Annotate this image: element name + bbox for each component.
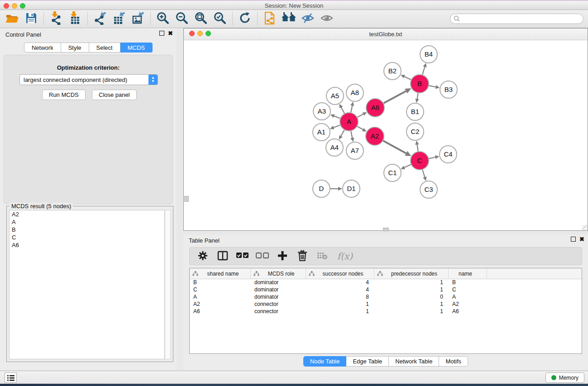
tab-style[interactable]: Style xyxy=(61,43,89,52)
result-item[interactable]: A6 xyxy=(10,241,164,249)
graph-node-A3[interactable]: A3 xyxy=(313,103,330,120)
table-cell[interactable]: 4 xyxy=(306,286,374,294)
show-graphics-button[interactable] xyxy=(317,11,336,27)
criterion-dropdown[interactable]: largest connected component (directed) ▲… xyxy=(19,74,158,85)
column-header-MCDS-role[interactable]: MCDS role xyxy=(251,268,306,279)
import-table-button[interactable] xyxy=(66,11,85,27)
tab-mcds[interactable]: MCDS xyxy=(120,43,153,52)
zoom-in-button[interactable] xyxy=(153,11,172,27)
table-cell[interactable]: 0 xyxy=(374,294,449,301)
tab-network[interactable]: Network xyxy=(24,43,61,52)
table-cell[interactable]: connector xyxy=(251,308,306,315)
table-cell[interactable]: A xyxy=(449,294,487,301)
result-item[interactable]: C xyxy=(10,234,164,241)
table-settings-button[interactable] xyxy=(196,249,210,263)
table-cell[interactable]: B xyxy=(190,279,251,286)
task-history-button[interactable] xyxy=(5,372,17,383)
window-resize-grip[interactable] xyxy=(582,225,588,230)
result-list-scrollbar[interactable] xyxy=(165,210,171,359)
table-cell[interactable]: 1 xyxy=(374,279,449,286)
export-image-button[interactable] xyxy=(129,11,148,27)
graph-node-A[interactable]: A xyxy=(340,113,358,131)
table-cell[interactable]: 1 xyxy=(374,308,449,315)
table-cell[interactable]: 8 xyxy=(306,294,374,301)
graph-node-A2[interactable]: A2 xyxy=(366,127,384,145)
column-header-successor-nodes[interactable]: successor nodes xyxy=(306,268,374,279)
graph-node-C4[interactable]: C4 xyxy=(440,146,457,163)
graph-node-B3[interactable]: B3 xyxy=(440,81,457,98)
graph-node-D[interactable]: D xyxy=(313,180,330,197)
graph-node-C1[interactable]: C1 xyxy=(384,164,401,181)
zoom-fit-button[interactable] xyxy=(191,11,210,27)
network-window-titlebar[interactable]: testGlobe.txt xyxy=(184,29,588,40)
graph-node-A5[interactable]: A5 xyxy=(326,87,344,105)
close-table-panel-icon[interactable]: ✖ xyxy=(579,237,584,242)
table-cell[interactable]: C xyxy=(190,286,251,294)
graph-node-B4[interactable]: B4 xyxy=(420,46,437,63)
result-item[interactable]: A xyxy=(10,218,164,226)
result-item[interactable]: A2 xyxy=(10,210,164,218)
graph-node-C[interactable]: C xyxy=(411,152,429,170)
graph-node-B1[interactable]: B1 xyxy=(406,103,424,120)
table-row[interactable]: A6connector11A6 xyxy=(190,308,582,315)
run-mcds-button[interactable]: Run MCDS xyxy=(42,90,86,100)
network-overview-button[interactable] xyxy=(260,11,279,27)
split-panel-button[interactable] xyxy=(216,249,229,263)
graph-node-A7[interactable]: A7 xyxy=(346,142,363,159)
table-row[interactable]: A2connector11A2 xyxy=(190,301,582,308)
table-cell[interactable]: 1 xyxy=(374,286,449,294)
graph-node-C3[interactable]: C3 xyxy=(420,181,437,198)
export-network-button[interactable] xyxy=(91,11,110,27)
float-table-panel-icon[interactable] xyxy=(571,237,576,242)
tab-select[interactable]: Select xyxy=(89,43,120,52)
select-all-button[interactable] xyxy=(236,249,249,263)
table-cell[interactable]: 4 xyxy=(306,279,374,286)
graph-node-B2[interactable]: B2 xyxy=(384,62,401,80)
column-header-shared-name[interactable]: shared name xyxy=(190,268,251,279)
tab-network-table[interactable]: Network Table xyxy=(389,356,439,367)
table-cell[interactable]: 1 xyxy=(374,301,449,308)
save-session-button[interactable] xyxy=(22,11,41,27)
add-column-button[interactable] xyxy=(276,249,289,263)
tab-motifs[interactable]: Motifs xyxy=(439,356,468,367)
home-button[interactable] xyxy=(279,11,298,27)
graph-node-A6[interactable]: A6 xyxy=(366,99,384,117)
table-cell[interactable]: 1 xyxy=(306,301,374,308)
table-cell[interactable]: A xyxy=(190,294,251,301)
zoom-selected-button[interactable] xyxy=(210,11,229,27)
open-session-button[interactable] xyxy=(3,11,22,27)
zoom-out-button[interactable] xyxy=(172,11,191,27)
table-cell[interactable]: A2 xyxy=(190,301,251,308)
table-cell[interactable]: A2 xyxy=(449,301,487,308)
table-cell[interactable]: dominator xyxy=(251,294,306,301)
table-cell[interactable]: A6 xyxy=(449,308,487,315)
table-cell[interactable]: connector xyxy=(251,301,306,308)
graph-node-A8[interactable]: A8 xyxy=(346,84,363,101)
table-cell[interactable]: dominator xyxy=(251,279,306,286)
delete-column-button[interactable] xyxy=(296,249,309,263)
tab-edge-table[interactable]: Edge Table xyxy=(346,356,389,367)
column-header-name[interactable]: name xyxy=(449,268,487,279)
result-item[interactable]: B xyxy=(10,226,164,234)
table-cell[interactable]: C xyxy=(449,286,487,294)
refresh-button[interactable] xyxy=(235,11,254,27)
graph-node-A4[interactable]: A4 xyxy=(326,139,343,156)
table-row[interactable]: Cdominator41C xyxy=(190,286,582,294)
graph-node-C2[interactable]: C2 xyxy=(406,123,424,140)
graph-node-A1[interactable]: A1 xyxy=(313,124,330,141)
table-cell[interactable]: dominator xyxy=(251,286,306,294)
network-graph-canvas[interactable]: B4 B2 B B3 A5 A8 A6 A3 B1 A A1 C2 A2 A4 … xyxy=(184,40,588,230)
deselect-all-button[interactable] xyxy=(256,249,269,263)
horizontal-scroll-indicator[interactable] xyxy=(383,228,389,231)
table-cell[interactable]: B xyxy=(449,279,487,286)
graph-node-D1[interactable]: D1 xyxy=(343,180,360,197)
float-panel-icon[interactable] xyxy=(159,31,164,36)
memory-button[interactable]: Memory xyxy=(545,372,584,383)
column-header-predecessor-nodes[interactable]: predecessor nodes xyxy=(374,268,449,279)
close-panel-button[interactable]: Close panel xyxy=(92,90,137,100)
table-row[interactable]: Bdominator41B xyxy=(190,279,582,286)
vertical-scroll-indicator[interactable] xyxy=(184,196,189,202)
table-cell[interactable]: A6 xyxy=(190,308,251,315)
hide-details-button[interactable] xyxy=(298,11,317,27)
table-row[interactable]: Adominator80A xyxy=(190,294,582,301)
